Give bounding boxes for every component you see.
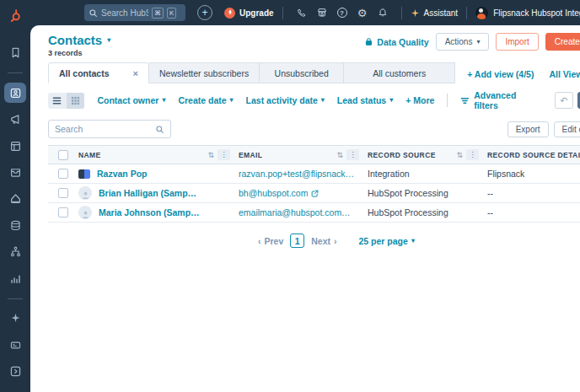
quick-create-button[interactable]: + [197,5,212,20]
chevron-down-icon: ▾ [476,39,480,46]
divider [447,94,448,107]
notifications-bell-icon[interactable] [373,4,393,21]
hubspot-app-window: ⌘ K + Upgrade ? ⚙ [0,0,580,392]
next-page-button[interactable]: Next › [311,236,336,246]
column-menu-button[interactable]: ⋮ [346,149,359,160]
filter-bar: Contact owner▾ Create date▾ Last activit… [30,83,580,115]
settings-gear-icon[interactable]: ⚙ [352,4,373,21]
page-title: Contacts [48,33,102,47]
search-icon [155,125,164,134]
advanced-filters-button[interactable]: Advanced filters [460,90,542,110]
title-block: Contacts ▾ 3 records [48,33,110,57]
sort-icon[interactable]: ⇅ [456,151,463,159]
filter-last-activity-date[interactable]: Last activity date▾ [246,95,325,105]
filter-create-date[interactable]: Create date▾ [178,95,233,105]
add-view-link[interactable]: + Add view (4/5) [467,69,534,79]
contacts-table: NAME ⇅⋮ EMAIL ⇅⋮ RECORD SOURCE ⇅⋮ RECORD… [48,145,580,223]
column-header-record-source-detail: RECORD SOURCE DETAI… ⇅⋮ [487,149,580,160]
filter-lead-status[interactable]: Lead status▾ [337,95,393,105]
sparkle-icon [411,8,420,18]
collapse-nav-icon[interactable] [4,362,26,382]
row-checkbox[interactable] [58,188,68,198]
page-title-dropdown[interactable]: Contacts ▾ [48,33,110,47]
contact-email-link[interactable]: razvan.pop+test@flipsnack… [239,169,354,179]
filter-contact-owner[interactable]: Contact owner▾ [97,95,165,105]
content-icon[interactable] [4,136,26,156]
page-number-button[interactable]: 1 [290,234,304,248]
chevron-left-icon: ‹ [258,236,261,246]
bookmarks-icon[interactable] [4,42,26,62]
chevron-down-icon: ▾ [230,97,234,104]
import-button[interactable]: Import [496,33,538,51]
all-views-link[interactable]: All Views [549,69,580,79]
account-avatar [475,7,488,19]
sort-icon[interactable]: ⇅ [336,151,343,159]
column-menu-button[interactable]: ⋮ [466,149,479,160]
page-header: Contacts ▾ 3 records Data Quality Action… [30,25,580,57]
assistant-label: Assistant [424,8,459,18]
contact-email-link[interactable]: bh@hubspot.com [239,188,308,198]
tab-all-contacts[interactable]: All contacts × [48,62,149,83]
nav-divider [8,298,23,299]
prev-page-button[interactable]: ‹ Prev [258,236,283,246]
sort-icon[interactable]: ⇅ [207,151,214,159]
table-row: Maria Johnson (Samp… emailmaria@hubspot.… [48,203,580,223]
help-icon[interactable]: ? [332,4,352,21]
contact-avatar-placeholder [78,206,92,219]
upgrade-button[interactable]: Upgrade [224,8,274,19]
marketing-icon[interactable] [4,109,26,129]
external-link-icon[interactable] [311,190,319,197]
list-controls: Export Edit columns [30,115,580,145]
contact-email-link[interactable]: emailmaria@hubspot.com… [239,207,351,217]
view-action-buttons: ↶ [555,92,580,109]
tab-unsubscribed[interactable]: Unsubscribed [260,62,344,83]
sales-icon[interactable] [4,189,26,209]
calling-icon[interactable] [292,4,312,21]
global-search[interactable]: ⌘ K [84,4,185,21]
table-row: Brian Halligan (Samp… bh@hubspot.com Hub… [48,184,580,203]
data-icon[interactable] [4,215,26,235]
data-quality-link[interactable]: Data Quality [364,37,428,47]
row-checkbox[interactable] [58,169,68,179]
board-view-button[interactable] [67,93,85,109]
list-view-icon [52,96,62,105]
chevron-down-icon: ▾ [107,37,110,44]
header-actions: Data Quality Actions ▾ Import Create con… [364,33,580,51]
marketplace-icon[interactable] [312,4,332,21]
create-contact-button[interactable]: Create contact [545,33,580,51]
contact-name-link[interactable]: Maria Johnson (Samp… [99,207,200,217]
assistant-button[interactable]: Assistant [411,8,459,18]
table-actions: Export Edit columns [508,121,580,137]
export-button[interactable]: Export [508,121,549,137]
table-row: Razvan Pop razvan.pop+test@flipsnack… In… [48,164,580,184]
row-checkbox[interactable] [58,207,68,217]
list-view-button[interactable] [48,93,67,109]
tab-all-customers[interactable]: All customers [344,62,455,83]
crm-contacts-icon[interactable] [4,83,26,103]
tab-newsletter-subscribers[interactable]: Newsletter subscribers [149,62,260,83]
breeze-ai-icon[interactable] [4,309,26,329]
contact-name-link[interactable]: Brian Halligan (Samp… [99,188,196,198]
per-page-dropdown[interactable]: 25 per page ▾ [359,236,415,246]
data-model-icon[interactable] [4,335,26,355]
automations-icon[interactable] [4,242,26,262]
contact-avatar-image [78,169,90,179]
reporting-icon[interactable] [4,268,26,288]
table-search[interactable] [48,120,171,138]
undo-button[interactable]: ↶ [555,92,573,109]
table-search-input[interactable] [55,124,152,134]
contact-name-link[interactable]: Razvan Pop [97,169,148,179]
column-menu-button[interactable]: ⋮ [218,149,230,160]
close-icon[interactable]: × [133,68,138,78]
more-filters-button[interactable]: + More [405,95,434,105]
topbar-divider [401,7,402,19]
select-all-checkbox[interactable] [58,150,68,160]
global-search-input[interactable] [101,8,148,18]
hubspot-logo-icon[interactable] [4,5,26,25]
edit-columns-button[interactable]: Edit columns [554,121,580,137]
actions-button[interactable]: Actions ▾ [436,33,490,51]
account-menu[interactable]: Flipsnack Hubspot Integration ▾ [475,7,580,19]
undo-icon: ↶ [560,95,567,106]
select-all-cell [48,150,78,160]
commerce-icon[interactable] [4,162,26,182]
